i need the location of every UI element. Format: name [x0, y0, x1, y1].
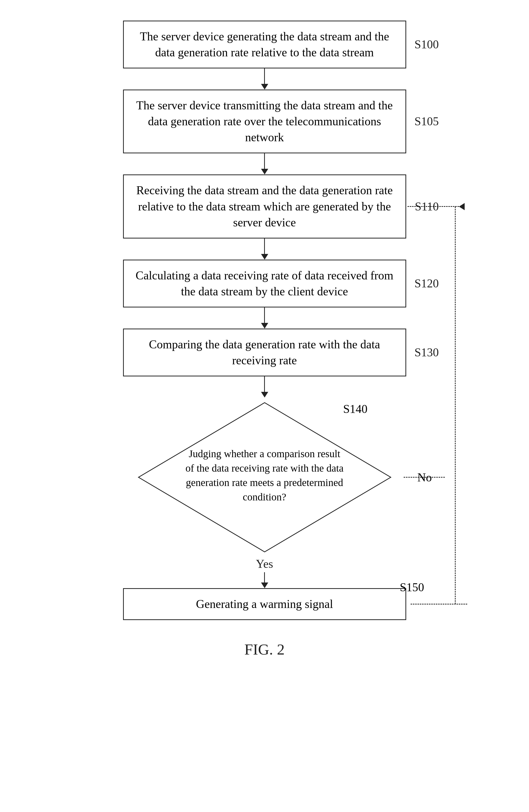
flowchart: The server device generating the data st… — [46, 20, 483, 658]
s150-right-dashed — [411, 604, 467, 605]
label-s120: S120 — [414, 276, 439, 291]
arrowhead — [261, 323, 268, 329]
dashed-line-h — [408, 206, 459, 207]
box-s130: Comparing the data generation rate with … — [123, 329, 406, 376]
box-s105-text: The server device transmitting the data … — [136, 99, 392, 144]
yes-label: Yes — [256, 557, 273, 571]
label-s130: S130 — [414, 345, 439, 361]
yes-branch: Yes — [256, 557, 273, 588]
arrow-s110-s120 — [261, 238, 268, 260]
label-s150: S150 — [400, 580, 424, 594]
arrow-s120-s130 — [261, 307, 268, 329]
arrow-line — [264, 69, 265, 84]
box-s105: The server device transmitting the data … — [123, 89, 406, 153]
box-s130-text: Comparing the data generation rate with … — [149, 338, 380, 367]
box-s150: Generating a warming signal — [123, 588, 406, 620]
box-s150-text: Generating a warming signal — [196, 597, 333, 611]
arrow-line — [264, 153, 265, 169]
dashed-h — [411, 604, 467, 605]
figure-caption: FIG. 2 — [244, 641, 285, 658]
arrow-line — [264, 238, 265, 254]
box-s100: The server device generating the data st… — [123, 20, 406, 69]
step-s100-row: The server device generating the data st… — [46, 20, 483, 69]
arrow-s130-s140 — [261, 376, 268, 397]
diamond-step-label: S140 — [343, 402, 368, 416]
box-s110-text: Receiving the data stream and the data g… — [136, 184, 392, 229]
arrow-yes-s150 — [261, 572, 268, 588]
arrowhead-left — [459, 203, 464, 210]
step-s110-row: Receiving the data stream and the data g… — [46, 174, 483, 238]
step-s105-row: The server device transmitting the data … — [46, 89, 483, 153]
arrowhead — [261, 84, 268, 89]
dashed-vertical-right — [455, 207, 456, 604]
diamond-container: Judging whether a comparison result of t… — [84, 397, 445, 557]
arrow-line — [264, 376, 265, 392]
box-s120-text: Calculating a data receiving rate of dat… — [135, 269, 394, 298]
arrowhead — [261, 582, 268, 588]
no-branch-h-line — [404, 477, 445, 478]
box-s120: Calculating a data receiving rate of dat… — [123, 260, 406, 307]
label-s105: S105 — [414, 114, 439, 129]
arrow-line — [264, 572, 265, 582]
diamond-text: Judging whether a comparison result of t… — [185, 447, 344, 504]
arrowhead — [261, 254, 268, 260]
feedback-arrow-head — [408, 203, 464, 210]
step-s150-row: Generating a warming signal S150 — [46, 588, 483, 620]
step-s120-row: Calculating a data receiving rate of dat… — [46, 260, 483, 307]
box-s100-text: The server device generating the data st… — [140, 30, 389, 59]
arrow-s100-s105 — [261, 69, 268, 89]
arrowhead — [261, 392, 268, 397]
label-s100: S100 — [414, 37, 439, 53]
arrowhead — [261, 169, 268, 174]
step-s130-row: Comparing the data generation rate with … — [46, 329, 483, 376]
box-s110: Receiving the data stream and the data g… — [123, 174, 406, 238]
arrow-s105-s110 — [261, 153, 268, 174]
arrow-line — [264, 307, 265, 323]
